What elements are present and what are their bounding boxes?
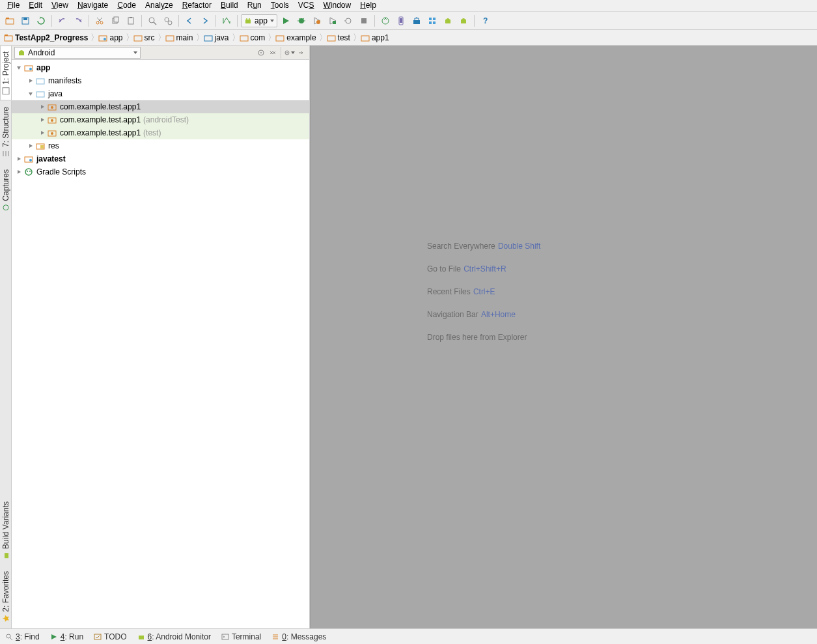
- hint-shortcut: Double Shift: [498, 241, 540, 250]
- gutter-tab-build-variants[interactable]: Build Variants: [0, 496, 12, 565]
- breadcrumb-item-app[interactable]: app: [96, 31, 125, 45]
- undo-icon[interactable]: [55, 14, 70, 28]
- tree-node-app[interactable]: app: [12, 61, 309, 74]
- gutter-tab-favorites[interactable]: 2: Favorites: [0, 565, 12, 628]
- avd-manager-icon[interactable]: [394, 14, 408, 28]
- tree-label: java: [48, 89, 62, 98]
- menu-navigate[interactable]: Navigate: [73, 0, 113, 11]
- android-icon[interactable]: [456, 14, 471, 28]
- replace-icon[interactable]: [161, 14, 175, 28]
- help-icon[interactable]: ?: [478, 14, 492, 28]
- run-icon[interactable]: [279, 14, 293, 28]
- gear-icon[interactable]: [283, 47, 295, 59]
- bottom-tab-find[interactable]: 3: Find: [5, 632, 40, 641]
- hint-drop-files: Drop files here from Explorer: [427, 330, 700, 341]
- attach-debugger-icon[interactable]: [341, 14, 355, 28]
- menu-file[interactable]: File: [3, 0, 24, 11]
- breadcrumb-item-test[interactable]: test: [324, 31, 353, 45]
- menu-vcs[interactable]: VCS: [294, 0, 319, 11]
- toolbar-separator: [374, 15, 375, 27]
- menu-help[interactable]: Help: [355, 0, 381, 11]
- breadcrumb-item-project[interactable]: TestApp2_Progress: [1, 31, 90, 45]
- tree-node-manifests[interactable]: manifests: [12, 74, 309, 87]
- tree-expanded-icon[interactable]: [14, 63, 23, 72]
- svg-rect-38: [429, 21, 432, 24]
- tree-node-package-androidtest[interactable]: com.example.test.app1 (androidTest): [12, 113, 309, 126]
- sdk-manager-icon[interactable]: [409, 14, 424, 28]
- tree-node-gradle-scripts[interactable]: Gradle Scripts: [12, 165, 309, 178]
- breadcrumb-item-app1[interactable]: app1: [358, 31, 392, 45]
- android-icon[interactable]: [441, 14, 455, 28]
- copy-icon[interactable]: [108, 14, 122, 28]
- project-tree[interactable]: app manifests java com.example.test.app1: [12, 60, 309, 628]
- breadcrumb-item-java[interactable]: java: [201, 31, 232, 45]
- bottom-tab-terminal[interactable]: Terminal: [221, 632, 261, 641]
- project-view-combo[interactable]: Android: [14, 47, 141, 59]
- gutter-tab-captures[interactable]: Captures: [0, 163, 12, 217]
- tree-node-javatest[interactable]: javatest: [12, 152, 309, 165]
- save-icon[interactable]: [18, 14, 33, 28]
- tree-node-java[interactable]: java: [12, 87, 309, 100]
- back-icon[interactable]: [182, 14, 197, 28]
- menu-refactor[interactable]: Refactor: [178, 0, 216, 11]
- tree-collapsed-icon[interactable]: [26, 76, 35, 85]
- chevron-down-icon: [270, 20, 274, 22]
- breadcrumb-item-src[interactable]: src: [131, 31, 158, 45]
- breadcrumb-item-com[interactable]: com: [237, 31, 268, 45]
- menu-window[interactable]: Window: [318, 0, 355, 11]
- tree-node-package-test[interactable]: com.example.test.app1 (test): [12, 126, 309, 139]
- tree-collapsed-icon[interactable]: [38, 128, 47, 137]
- bottom-tab-todo[interactable]: TODO: [94, 632, 126, 641]
- menu-build[interactable]: Build: [216, 0, 243, 11]
- tree-collapsed-icon[interactable]: [38, 102, 47, 111]
- bottom-tab-messages[interactable]: 0: Messages: [271, 632, 326, 641]
- gutter-tab-label: 7: Structure: [1, 107, 10, 147]
- locate-icon[interactable]: [255, 47, 267, 59]
- gutter-tab-structure[interactable]: 7: Structure: [0, 101, 12, 163]
- redo-icon[interactable]: [71, 14, 85, 28]
- tree-collapsed-icon[interactable]: [38, 115, 47, 124]
- run-config-combo[interactable]: app: [241, 14, 277, 27]
- breadcrumb-item-main[interactable]: main: [163, 31, 196, 45]
- breadcrumb-item-example[interactable]: example: [273, 31, 318, 45]
- stop-icon[interactable]: [357, 14, 371, 28]
- tree-collapsed-icon[interactable]: [14, 154, 23, 163]
- menu-code[interactable]: Code: [113, 0, 141, 11]
- svg-point-46: [104, 38, 106, 40]
- bottom-tab-run[interactable]: 4: Run: [50, 632, 83, 641]
- forward-icon[interactable]: [198, 14, 212, 28]
- panel-tools: [255, 47, 307, 59]
- open-icon[interactable]: [3, 14, 17, 28]
- svg-point-58: [3, 204, 8, 210]
- collapse-icon[interactable]: [267, 47, 279, 59]
- bottom-tab-android-monitor[interactable]: 6: Android Monitor: [137, 632, 211, 641]
- project-structure-icon[interactable]: [425, 14, 439, 28]
- tree-expanded-icon[interactable]: [26, 89, 35, 98]
- debug-icon[interactable]: [294, 14, 309, 28]
- find-icon[interactable]: [145, 14, 159, 28]
- tree-collapsed-icon[interactable]: [14, 167, 23, 176]
- project-icon: [2, 87, 10, 95]
- hide-icon[interactable]: [295, 47, 307, 59]
- cut-icon[interactable]: [92, 14, 107, 28]
- paste-icon[interactable]: [124, 14, 138, 28]
- gutter-tab-project[interactable]: 1: Project: [0, 46, 12, 101]
- coverage-icon[interactable]: [325, 14, 340, 28]
- profile-icon[interactable]: [310, 14, 324, 28]
- source-folder-icon: [204, 34, 213, 42]
- svg-point-20: [249, 18, 250, 20]
- sync-icon[interactable]: [34, 14, 48, 28]
- menu-view[interactable]: View: [47, 0, 73, 11]
- tree-node-res[interactable]: res: [12, 139, 309, 152]
- tree-collapsed-icon[interactable]: [26, 141, 35, 150]
- editor-empty-state[interactable]: Search Everywhere Double Shift Go to Fil…: [310, 46, 817, 628]
- menu-analyze[interactable]: Analyze: [141, 0, 178, 11]
- tree-node-package-selected[interactable]: com.example.test.app1: [12, 100, 309, 113]
- menu-edit[interactable]: Edit: [24, 0, 47, 11]
- svg-line-24: [299, 18, 299, 19]
- gutter-tab-label: 1: Project: [1, 51, 10, 85]
- menu-run[interactable]: Run: [243, 0, 266, 11]
- menu-tools[interactable]: Tools: [266, 0, 294, 11]
- make-icon[interactable]: [219, 14, 234, 28]
- sync-gradle-icon[interactable]: [378, 14, 393, 28]
